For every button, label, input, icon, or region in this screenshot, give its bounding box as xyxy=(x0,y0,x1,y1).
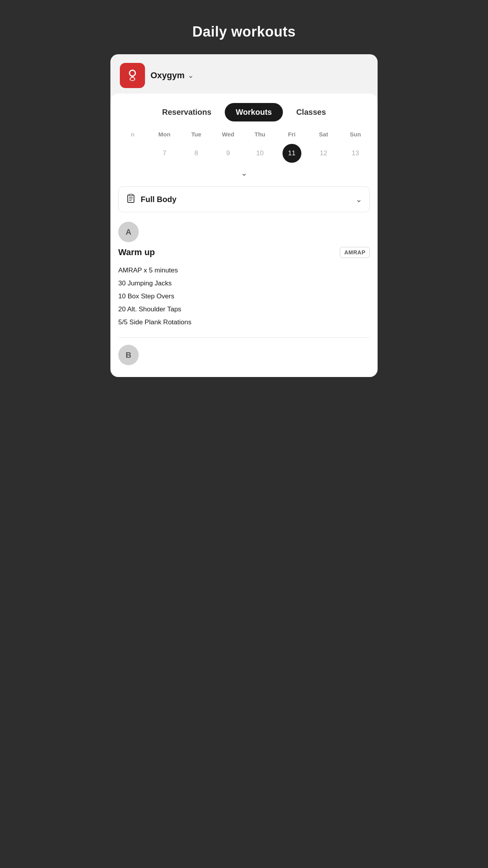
tab-workouts[interactable]: Workouts xyxy=(225,103,283,121)
section-warm-up: A Warm up AMRAP AMRAP x 5 minutes 30 Jum… xyxy=(110,222,378,337)
section-divider xyxy=(118,337,370,338)
date-8[interactable]: 8 xyxy=(187,144,206,163)
date-10[interactable]: 10 xyxy=(251,144,270,163)
date-7[interactable]: 7 xyxy=(155,144,174,163)
tabs-row: Reservations Workouts Classes xyxy=(110,94,378,129)
calendar-expand-icon: ⌄ xyxy=(241,168,248,178)
day-mon: Mon xyxy=(149,129,180,140)
date-13[interactable]: 13 xyxy=(346,144,365,163)
workout-dropdown[interactable]: Full Body ⌄ xyxy=(118,186,370,212)
workout-dropdown-left: Full Body xyxy=(126,193,176,206)
date-11-active[interactable]: 11 xyxy=(283,144,301,163)
section-title-row: Warm up AMRAP xyxy=(118,247,370,258)
exercise-item: AMRAP x 5 minutes xyxy=(118,265,370,276)
calendar-dates: 7 8 9 10 11 12 13 xyxy=(117,144,371,163)
card-inner: Reservations Workouts Classes n Mon Tue … xyxy=(110,94,378,377)
section-avatar-b: B xyxy=(118,345,139,365)
day-partial-left: n xyxy=(117,129,149,140)
kettlebell-icon xyxy=(125,68,140,83)
clipboard-icon xyxy=(126,193,136,206)
amrap-badge: AMRAP xyxy=(340,247,370,258)
exercise-item: 5/5 Side Plank Rotations xyxy=(118,317,370,328)
day-sun: Sun xyxy=(339,129,371,140)
day-fri: Fri xyxy=(276,129,308,140)
tab-classes[interactable]: Classes xyxy=(285,103,337,121)
date-empty-left xyxy=(123,144,142,163)
svg-point-4 xyxy=(130,78,134,81)
gym-name: Oxygym xyxy=(150,70,185,81)
gym-logo xyxy=(120,63,145,88)
calendar-section: n Mon Tue Wed Thu Fri Sat Sun 7 8 9 10 1… xyxy=(110,129,378,184)
exercise-list: AMRAP x 5 minutes 30 Jumping Jacks 10 Bo… xyxy=(118,265,370,337)
calendar-expand-row[interactable]: ⌄ xyxy=(117,165,371,184)
section-avatar-a: A xyxy=(118,222,139,242)
day-sat: Sat xyxy=(308,129,339,140)
day-tue: Tue xyxy=(180,129,212,140)
workout-dropdown-chevron-icon: ⌄ xyxy=(356,195,362,204)
page-title: Daily workouts xyxy=(192,24,295,40)
exercise-item: 10 Box Step Overs xyxy=(118,291,370,302)
calendar-days-header: n Mon Tue Wed Thu Fri Sat Sun xyxy=(117,129,371,140)
day-wed: Wed xyxy=(212,129,244,140)
section-warm-up-title: Warm up xyxy=(118,247,155,257)
svg-point-1 xyxy=(130,71,135,75)
main-card: Oxygym ⌄ Reservations Workouts Classes n… xyxy=(110,54,378,377)
svg-rect-6 xyxy=(129,194,132,196)
exercise-item: 30 Jumping Jacks xyxy=(118,278,370,289)
tab-reservations[interactable]: Reservations xyxy=(151,103,222,121)
day-thu: Thu xyxy=(244,129,276,140)
exercise-item: 20 Alt. Shoulder Taps xyxy=(118,304,370,315)
gym-name-row[interactable]: Oxygym ⌄ xyxy=(150,70,194,81)
date-9[interactable]: 9 xyxy=(219,144,238,163)
date-12[interactable]: 12 xyxy=(314,144,333,163)
card-header: Oxygym ⌄ xyxy=(110,54,378,94)
gym-dropdown-chevron-icon: ⌄ xyxy=(188,71,194,80)
workout-name: Full Body xyxy=(141,195,176,204)
